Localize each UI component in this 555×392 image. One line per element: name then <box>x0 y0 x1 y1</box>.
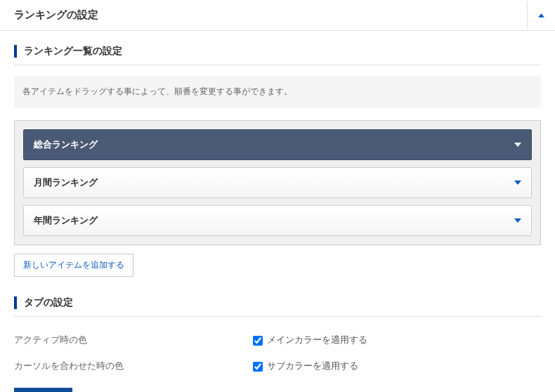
expand-item-button[interactable] <box>514 181 521 185</box>
close-button[interactable]: 閉じる <box>14 388 72 392</box>
section-title-text: タブの設定 <box>24 296 73 309</box>
ranking-item-label: 月間ランキング <box>34 176 98 189</box>
setting-label: カーソルを合わせた時の色 <box>14 360 253 372</box>
expand-item-button[interactable] <box>514 143 521 147</box>
ranking-items-container: 総合ランキング 月間ランキング 年間ランキング <box>14 120 541 245</box>
section-tab-settings-title: タブの設定 <box>14 296 541 317</box>
checkbox-label: サブカラーを適用する <box>267 360 358 372</box>
section-title-text: ランキング一覧の設定 <box>24 45 122 58</box>
setting-control[interactable]: サブカラーを適用する <box>253 360 358 372</box>
ranking-item[interactable]: 年間ランキング <box>23 205 532 236</box>
apply-main-color-checkbox[interactable] <box>253 336 263 346</box>
ranking-item[interactable]: 月間ランキング <box>23 167 532 198</box>
caret-down-icon <box>514 218 521 223</box>
panel-body: ランキング一覧の設定 各アイテムをドラッグする事によって、順番を変更する事ができ… <box>0 31 555 392</box>
apply-sub-color-checkbox[interactable] <box>253 362 263 372</box>
ranking-item-label: 年間ランキング <box>34 214 98 227</box>
drag-hint: 各アイテムをドラッグする事によって、順番を変更する事ができます。 <box>14 76 541 107</box>
tab-settings-group: アクティブ時の色 メインカラーを適用する カーソルを合わせた時の色 サブカラーを… <box>14 327 541 379</box>
caret-up-icon <box>538 13 544 18</box>
caret-down-icon <box>514 143 521 147</box>
add-item-button[interactable]: 新しいアイテムを追加する <box>14 254 133 277</box>
setting-control[interactable]: メインカラーを適用する <box>253 334 367 346</box>
panel-title: ランキングの設定 <box>14 8 98 22</box>
ranking-item-label: 総合ランキング <box>34 138 98 151</box>
setting-label: アクティブ時の色 <box>14 334 253 346</box>
setting-row-active-color: アクティブ時の色 メインカラーを適用する <box>14 327 541 353</box>
checkbox-label: メインカラーを適用する <box>267 334 367 346</box>
expand-item-button[interactable] <box>514 218 521 223</box>
ranking-item[interactable]: 総合ランキング <box>23 129 532 160</box>
panel-header: ランキングの設定 <box>0 0 555 31</box>
caret-down-icon <box>514 181 521 185</box>
collapse-toggle[interactable] <box>527 1 555 30</box>
section-ranking-list-title: ランキング一覧の設定 <box>14 45 541 65</box>
setting-row-hover-color: カーソルを合わせた時の色 サブカラーを適用する <box>14 353 541 379</box>
